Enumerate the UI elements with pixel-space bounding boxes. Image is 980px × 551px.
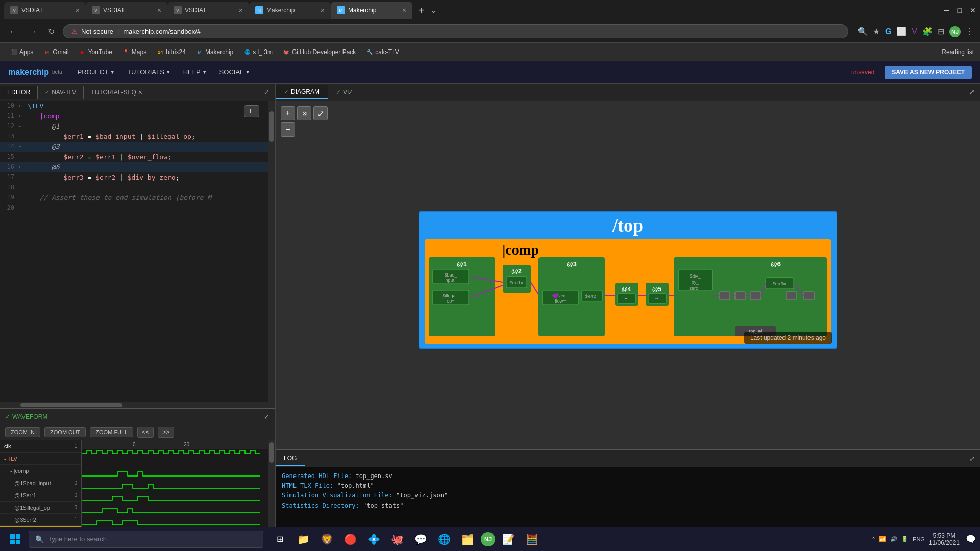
nav-social[interactable]: SOCIAL ▼	[214, 65, 256, 79]
waveform-v-scroll-thumb[interactable]	[270, 442, 274, 463]
save-as-new-project-button[interactable]: SAVE AS NEW PROJECT	[885, 66, 972, 79]
tab-editor[interactable]: EDITOR	[0, 86, 38, 99]
taskbar-vscode-icon[interactable]: 💠	[363, 528, 384, 550]
taskbar-chrome-icon[interactable]: 🌐	[434, 528, 454, 550]
editor-v-scrollbar[interactable]	[268, 101, 275, 408]
fit-diag-button[interactable]: ⊠	[297, 106, 311, 120]
tray-network[interactable]: 📶	[879, 536, 886, 542]
taskbar-explorer-icon[interactable]: 📁	[293, 528, 313, 550]
nav-tutorials[interactable]: TUTORIALS ▼	[122, 65, 176, 79]
tray-volume[interactable]: 🔊	[890, 536, 897, 542]
tab-title-1: VSDIAT	[21, 7, 72, 14]
taskbar-calculator-icon[interactable]: 🧮	[522, 528, 542, 550]
tab-close-5[interactable]: ×	[402, 6, 406, 14]
reading-list-label: Reading list	[942, 48, 974, 56]
viber-icon[interactable]: V	[912, 27, 917, 36]
bookmark-sl3m[interactable]: 🌐 s l_ 3m	[239, 46, 277, 58]
system-clock[interactable]: 5:53 PM 11/06/2021	[929, 532, 960, 546]
address-input[interactable]: ⚠ Not secure | makerchip.com/sandbox/#	[63, 24, 848, 38]
editor-tabs: EDITOR ✓ NAV-TLV TUTORIAL-SEQ × ⤢	[0, 84, 275, 101]
forward-button[interactable]: →	[26, 25, 40, 38]
nav-prev-button[interactable]: <<	[137, 427, 154, 438]
waveform-expand-button[interactable]: ⤢	[264, 413, 270, 420]
browser-tab-1[interactable]: V VSDIAT ×	[4, 2, 86, 19]
grammarly-icon[interactable]: G	[885, 27, 891, 36]
notification-icon[interactable]: 🗨️	[966, 534, 976, 544]
code-editor[interactable]: E 10 ▸ \TLV 11 ▸ |comp 12 ▸ @1	[0, 101, 275, 408]
close-window-button[interactable]: ✕	[970, 6, 976, 14]
tab-tutorial-seq[interactable]: TUTORIAL-SEQ ×	[84, 85, 150, 99]
profile-icon[interactable]: NJ	[949, 26, 961, 37]
editor-scroll-thumb[interactable]	[20, 403, 122, 407]
zoom-in-button[interactable]: ZOOM IN	[5, 427, 40, 437]
over-flow-text2: flow=	[555, 298, 566, 304]
bookmark-makerchip[interactable]: M Makerchip	[192, 46, 237, 58]
editor-h-scrollbar[interactable]	[0, 402, 268, 408]
tab-close-2[interactable]: ×	[157, 6, 161, 14]
tray-lang[interactable]: ENG	[913, 536, 925, 542]
nav-next-button[interactable]: >>	[158, 427, 174, 438]
compile-button[interactable]: E	[244, 105, 259, 117]
nav-help[interactable]: HELP ▼	[178, 65, 212, 79]
new-tab-button[interactable]: +	[416, 3, 427, 18]
start-button[interactable]	[4, 528, 27, 550]
bookmark-youtube[interactable]: ▶ YouTube	[75, 46, 116, 58]
line-content-17: $err3 = $err2 | $div_by_zero;	[26, 172, 275, 183]
taskbar-brave-icon[interactable]: 🦁	[316, 528, 337, 550]
search-icon[interactable]: 🔍	[857, 27, 868, 36]
zoom-out-button[interactable]: ZOOM OUT	[44, 427, 86, 437]
bookmark-apps[interactable]: ⬛ Apps	[6, 46, 37, 58]
svg-rect-2	[10, 540, 15, 544]
log-expand-button[interactable]: ⤢	[964, 452, 980, 465]
browser-tab-2[interactable]: V VSDIAT ×	[86, 2, 167, 19]
editor-expand-button[interactable]: ⤢	[259, 85, 275, 99]
editor-v-scroll-thumb[interactable]	[270, 111, 274, 142]
tab-close-4[interactable]: ×	[321, 6, 325, 14]
bookmark-gmail[interactable]: M Gmail	[39, 46, 72, 58]
bookmark-calc[interactable]: 🔧 calc-TLV	[362, 46, 403, 58]
reading-list-button[interactable]: Reading list	[942, 48, 974, 56]
nav-project[interactable]: PROJECT ▼	[72, 65, 120, 79]
tray-battery[interactable]: 🔋	[901, 536, 909, 542]
zoom-in-diag-button[interactable]: +	[281, 106, 295, 120]
diagram-expand-button[interactable]: ⤢	[964, 85, 980, 99]
browser-tab-4[interactable]: M Makerchip ×	[249, 2, 331, 19]
fullscreen-diag-button[interactable]: ⤢	[313, 106, 328, 120]
tab-tutorial-seq-close[interactable]: ×	[138, 88, 142, 96]
taskbar-search-box[interactable]: 🔍 Type here to search	[29, 531, 263, 548]
tab-close-3[interactable]: ×	[239, 6, 243, 14]
bookmark-github[interactable]: 🐙 GitHub Developer Pack	[279, 46, 360, 58]
history-icon[interactable]: ⊟	[938, 27, 944, 36]
bookmark-bitrix24[interactable]: 24 bitrix24	[153, 46, 190, 58]
tab-log[interactable]: LOG	[276, 452, 305, 466]
browser-tab-5[interactable]: M Makerchip ×	[331, 2, 412, 19]
maximize-button[interactable]: □	[958, 6, 962, 14]
signal-clk-value: 1	[74, 443, 77, 449]
signal-err1-label: @1$err1	[14, 492, 36, 498]
taskbar-sublime-icon[interactable]: 📝	[498, 528, 519, 550]
taskbar-files-icon[interactable]: 🗂️	[457, 528, 478, 550]
tab-dropdown-button[interactable]: ⌄	[431, 6, 437, 14]
zoom-full-button[interactable]: ZOOM FULL	[90, 427, 133, 437]
code-line-12: 12 ▸ @1	[0, 121, 275, 132]
tray-arrow[interactable]: ^	[872, 536, 875, 542]
tab-close-1[interactable]: ×	[76, 6, 80, 14]
reload-button[interactable]: ↻	[45, 24, 58, 38]
taskbar-nj-icon[interactable]: NJ	[481, 532, 495, 546]
tab-viz[interactable]: ✓ VIZ	[328, 86, 361, 99]
bookmark-icon[interactable]: ★	[873, 27, 880, 36]
minimize-button[interactable]: ─	[944, 6, 949, 14]
back-button[interactable]: ←	[6, 25, 20, 38]
taskbar-taskview-icon[interactable]: ⊞	[270, 528, 290, 550]
tab-diagram[interactable]: ✓ DIAGRAM	[276, 85, 328, 99]
menu-icon[interactable]: ⋮	[966, 27, 974, 36]
extensions-icon[interactable]: 🧩	[922, 27, 933, 36]
taskbar-ubuntu-icon[interactable]: 🔴	[340, 528, 360, 550]
taskbar-discord-icon[interactable]: 💬	[410, 528, 431, 550]
browser-tab-3[interactable]: V VSDIAT ×	[167, 2, 249, 19]
screenshot-icon[interactable]: ⬜	[896, 27, 906, 36]
tab-nav-tlv[interactable]: ✓ NAV-TLV	[38, 86, 84, 99]
bookmark-maps[interactable]: 📍 Maps	[118, 46, 151, 58]
taskbar-git-icon[interactable]: 🐙	[387, 528, 407, 550]
zoom-out-diag-button[interactable]: −	[281, 122, 295, 137]
